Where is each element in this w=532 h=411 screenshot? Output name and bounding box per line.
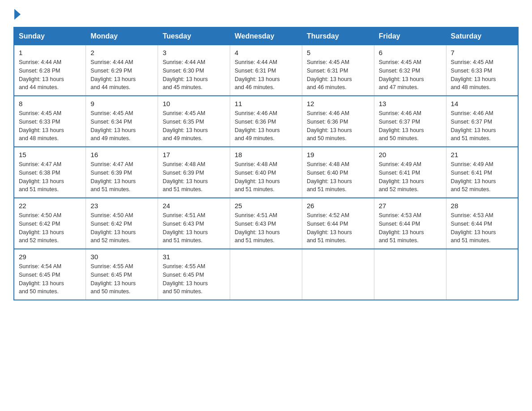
day-number: 27: [379, 202, 442, 210]
calendar-cell: 23Sunrise: 4:50 AMSunset: 6:42 PMDayligh…: [86, 198, 158, 249]
calendar-week-row: 15Sunrise: 4:47 AMSunset: 6:38 PMDayligh…: [14, 147, 518, 198]
day-info: Sunrise: 4:48 AMSunset: 6:40 PMDaylight:…: [307, 160, 369, 194]
calendar-cell: [374, 249, 446, 300]
logo: [13, 9, 21, 20]
day-number: 22: [19, 202, 81, 210]
calendar-cell: [302, 249, 374, 300]
day-number: 9: [90, 100, 153, 107]
day-number: 3: [163, 49, 225, 56]
day-number: 7: [451, 49, 513, 56]
day-info: Sunrise: 4:45 AMSunset: 6:34 PMDaylight:…: [90, 109, 153, 143]
day-info: Sunrise: 4:45 AMSunset: 6:33 PMDaylight:…: [19, 109, 81, 143]
day-info: Sunrise: 4:54 AMSunset: 6:45 PMDaylight:…: [19, 262, 81, 296]
day-number: 21: [451, 151, 513, 158]
weekday-header-sunday: Sunday: [14, 27, 86, 45]
weekday-header-saturday: Saturday: [446, 27, 518, 45]
calendar-cell: 8Sunrise: 4:45 AMSunset: 6:33 PMDaylight…: [14, 96, 86, 147]
calendar-cell: 5Sunrise: 4:45 AMSunset: 6:31 PMDaylight…: [302, 45, 374, 96]
day-info: Sunrise: 4:50 AMSunset: 6:42 PMDaylight:…: [90, 211, 153, 245]
day-info: Sunrise: 4:48 AMSunset: 6:39 PMDaylight:…: [163, 160, 225, 194]
calendar-cell: 12Sunrise: 4:46 AMSunset: 6:36 PMDayligh…: [302, 96, 374, 147]
weekday-header-friday: Friday: [374, 27, 446, 45]
calendar-cell: 22Sunrise: 4:50 AMSunset: 6:42 PMDayligh…: [14, 198, 86, 249]
calendar-table: SundayMondayTuesdayWednesdayThursdayFrid…: [13, 27, 519, 300]
day-number: 23: [90, 202, 153, 210]
day-number: 19: [307, 151, 369, 158]
day-number: 31: [163, 253, 225, 261]
calendar-cell: 19Sunrise: 4:48 AMSunset: 6:40 PMDayligh…: [302, 147, 374, 198]
day-number: 18: [235, 151, 297, 158]
weekday-header-wednesday: Wednesday: [230, 27, 302, 45]
day-number: 16: [90, 151, 153, 158]
day-number: 29: [19, 253, 81, 261]
day-info: Sunrise: 4:52 AMSunset: 6:44 PMDaylight:…: [307, 211, 369, 245]
calendar-cell: 9Sunrise: 4:45 AMSunset: 6:34 PMDaylight…: [86, 96, 158, 147]
day-info: Sunrise: 4:48 AMSunset: 6:40 PMDaylight:…: [235, 160, 297, 194]
day-number: 13: [379, 100, 442, 107]
calendar-cell: 2Sunrise: 4:44 AMSunset: 6:29 PMDaylight…: [86, 45, 158, 96]
calendar-cell: 7Sunrise: 4:45 AMSunset: 6:33 PMDaylight…: [446, 45, 518, 96]
page-header: [13, 9, 519, 20]
day-info: Sunrise: 4:46 AMSunset: 6:36 PMDaylight:…: [307, 109, 369, 143]
day-info: Sunrise: 4:55 AMSunset: 6:45 PMDaylight:…: [90, 262, 153, 296]
logo-triangle-icon: [14, 9, 21, 20]
day-number: 8: [19, 100, 81, 107]
day-info: Sunrise: 4:53 AMSunset: 6:44 PMDaylight:…: [379, 211, 442, 245]
day-info: Sunrise: 4:55 AMSunset: 6:45 PMDaylight:…: [163, 262, 225, 296]
calendar-cell: 20Sunrise: 4:49 AMSunset: 6:41 PMDayligh…: [374, 147, 446, 198]
day-info: Sunrise: 4:49 AMSunset: 6:41 PMDaylight:…: [451, 160, 513, 194]
calendar-cell: 24Sunrise: 4:51 AMSunset: 6:43 PMDayligh…: [158, 198, 230, 249]
day-info: Sunrise: 4:45 AMSunset: 6:31 PMDaylight:…: [307, 58, 369, 92]
day-number: 11: [235, 100, 297, 107]
calendar-cell: 27Sunrise: 4:53 AMSunset: 6:44 PMDayligh…: [374, 198, 446, 249]
calendar-cell: 30Sunrise: 4:55 AMSunset: 6:45 PMDayligh…: [86, 249, 158, 300]
day-info: Sunrise: 4:44 AMSunset: 6:31 PMDaylight:…: [235, 58, 297, 92]
calendar-cell: 13Sunrise: 4:46 AMSunset: 6:37 PMDayligh…: [374, 96, 446, 147]
day-number: 1: [19, 49, 81, 56]
calendar-cell: 18Sunrise: 4:48 AMSunset: 6:40 PMDayligh…: [230, 147, 302, 198]
calendar-cell: 14Sunrise: 4:46 AMSunset: 6:37 PMDayligh…: [446, 96, 518, 147]
calendar-cell: 21Sunrise: 4:49 AMSunset: 6:41 PMDayligh…: [446, 147, 518, 198]
calendar-cell: [230, 249, 302, 300]
day-number: 26: [307, 202, 369, 210]
calendar-cell: 29Sunrise: 4:54 AMSunset: 6:45 PMDayligh…: [14, 249, 86, 300]
calendar-cell: 1Sunrise: 4:44 AMSunset: 6:28 PMDaylight…: [14, 45, 86, 96]
calendar-cell: 28Sunrise: 4:53 AMSunset: 6:44 PMDayligh…: [446, 198, 518, 249]
day-number: 14: [451, 100, 513, 107]
calendar-cell: 6Sunrise: 4:45 AMSunset: 6:32 PMDaylight…: [374, 45, 446, 96]
calendar-week-row: 1Sunrise: 4:44 AMSunset: 6:28 PMDaylight…: [14, 45, 518, 96]
day-number: 17: [163, 151, 225, 158]
weekday-header-row: SundayMondayTuesdayWednesdayThursdayFrid…: [14, 27, 518, 45]
day-info: Sunrise: 4:47 AMSunset: 6:38 PMDaylight:…: [19, 160, 81, 194]
day-number: 10: [163, 100, 225, 107]
day-number: 15: [19, 151, 81, 158]
calendar-cell: [446, 249, 518, 300]
weekday-header-tuesday: Tuesday: [158, 27, 230, 45]
day-info: Sunrise: 4:44 AMSunset: 6:28 PMDaylight:…: [19, 58, 81, 92]
calendar-cell: 31Sunrise: 4:55 AMSunset: 6:45 PMDayligh…: [158, 249, 230, 300]
day-info: Sunrise: 4:51 AMSunset: 6:43 PMDaylight:…: [163, 211, 225, 245]
day-number: 24: [163, 202, 225, 210]
day-number: 5: [307, 49, 369, 56]
day-number: 30: [90, 253, 153, 261]
day-number: 12: [307, 100, 369, 107]
calendar-cell: 17Sunrise: 4:48 AMSunset: 6:39 PMDayligh…: [158, 147, 230, 198]
day-info: Sunrise: 4:45 AMSunset: 6:33 PMDaylight:…: [451, 58, 513, 92]
calendar-cell: 26Sunrise: 4:52 AMSunset: 6:44 PMDayligh…: [302, 198, 374, 249]
day-info: Sunrise: 4:47 AMSunset: 6:39 PMDaylight:…: [90, 160, 153, 194]
calendar-cell: 15Sunrise: 4:47 AMSunset: 6:38 PMDayligh…: [14, 147, 86, 198]
day-info: Sunrise: 4:45 AMSunset: 6:35 PMDaylight:…: [163, 109, 225, 143]
day-info: Sunrise: 4:45 AMSunset: 6:32 PMDaylight:…: [379, 58, 442, 92]
calendar-cell: 11Sunrise: 4:46 AMSunset: 6:36 PMDayligh…: [230, 96, 302, 147]
calendar-cell: 3Sunrise: 4:44 AMSunset: 6:30 PMDaylight…: [158, 45, 230, 96]
day-number: 2: [90, 49, 153, 56]
day-info: Sunrise: 4:51 AMSunset: 6:43 PMDaylight:…: [235, 211, 297, 245]
day-info: Sunrise: 4:44 AMSunset: 6:30 PMDaylight:…: [163, 58, 225, 92]
day-number: 4: [235, 49, 297, 56]
day-number: 28: [451, 202, 513, 210]
day-number: 20: [379, 151, 442, 158]
calendar-cell: 25Sunrise: 4:51 AMSunset: 6:43 PMDayligh…: [230, 198, 302, 249]
calendar-cell: 4Sunrise: 4:44 AMSunset: 6:31 PMDaylight…: [230, 45, 302, 96]
calendar-cell: 16Sunrise: 4:47 AMSunset: 6:39 PMDayligh…: [86, 147, 158, 198]
weekday-header-thursday: Thursday: [302, 27, 374, 45]
